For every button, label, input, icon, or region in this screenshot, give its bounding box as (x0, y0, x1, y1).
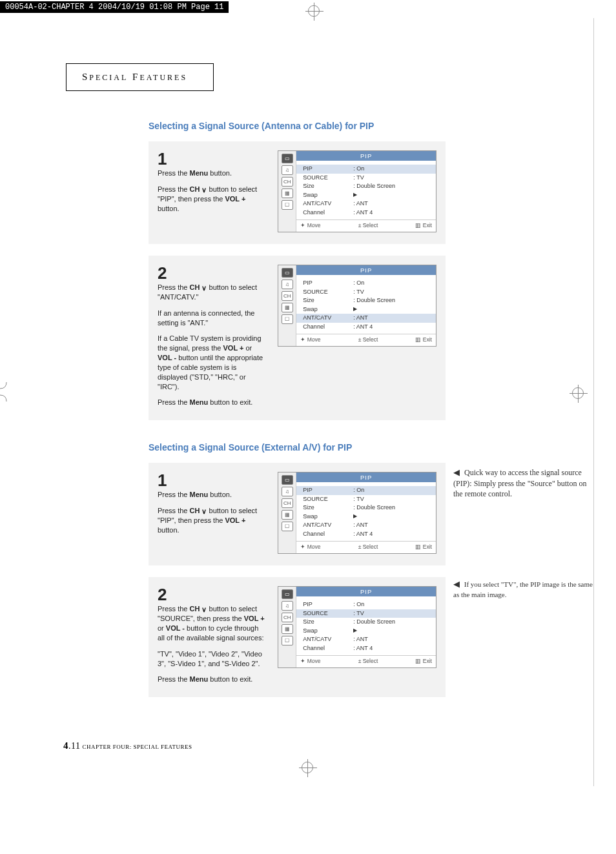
setup-icon: ☐ (282, 636, 293, 646)
osd-footer: ✦ Move± Select▥ Exit (296, 655, 436, 666)
osd-icon-rail: ▭ ♫ CH ▦ ☐ (278, 151, 296, 232)
chevron-down-icon: ∨ (201, 507, 207, 516)
osd-row-ant: ANT/CATV: ANT (296, 314, 436, 323)
instruction-text-a1: 1 Press the Menu button. Press the CH ∨ … (158, 150, 266, 232)
text: If an antenna is connected, the setting … (158, 309, 266, 328)
osd-footer: ✦ Move± Select▥ Exit (296, 219, 436, 230)
text: button. (208, 491, 232, 498)
chevron-down-icon: ∨ (201, 185, 207, 195)
osd-row-source: SOURCE: TV (303, 495, 431, 504)
osd-row-swap: Swap▶ (303, 191, 431, 200)
music-icon: ♫ (282, 487, 293, 496)
text-bold: Menu (190, 398, 209, 406)
instruction-text-a2: 2 Press the CH ∨ button to select "ANT/C… (158, 265, 266, 414)
text: button to exit. (208, 675, 252, 683)
text: Press the (158, 507, 190, 514)
osd-row-size: Size: Double Screen (303, 503, 431, 513)
instruction-block-a2: 2 Press the CH ∨ button to select "ANT/C… (149, 256, 446, 420)
chevron-down-icon: ∨ (201, 283, 207, 293)
osd-row-ant: ANT/CATV: ANT (303, 635, 431, 644)
text-bold: VOL - (158, 354, 176, 361)
setup-icon: ☐ (282, 200, 293, 210)
pip-icon: ▭ (282, 154, 293, 163)
section-title: SPECIAL FEATURES (82, 72, 187, 82)
cc-icon: ▦ (282, 624, 293, 634)
cc-icon: ▦ (282, 303, 293, 312)
crop-mark-bottom (302, 762, 314, 780)
text-bold: VOL - (166, 624, 185, 632)
text: Press the (158, 605, 190, 613)
pip-icon: ▭ (282, 475, 293, 485)
text-bold: CH (190, 507, 202, 514)
text-bold: VOL + (244, 615, 265, 622)
heading-antenna-cable: Selecting a Signal Source (Antenna or Ca… (149, 121, 593, 131)
channel-icon: CH (282, 291, 293, 301)
osd-title: PIP (296, 265, 436, 275)
osd-title: PIP (296, 473, 436, 482)
text-bold: Menu (190, 169, 209, 177)
crop-mark-top (308, 5, 321, 18)
page-number-major: 4 (63, 740, 68, 751)
pip-icon: ▭ (282, 589, 293, 599)
osd-row-source: SOURCE: TV (296, 609, 436, 618)
osd-screenshot-b1: ▭ ♫ CH ▦ ☐ PIP PIP: On SOURCE: TV Size: … (278, 472, 436, 554)
page-number-minor: .11 (68, 741, 80, 751)
text: Press the (158, 169, 190, 177)
pip-icon: ▭ (282, 268, 293, 278)
side-note-tv-same: ◀ If you select "TV", the PIP image is t… (453, 578, 593, 599)
osd-screenshot-b2: ▭ ♫ CH ▦ ☐ PIP PIP: On SOURCE: TV Size: … (278, 586, 436, 668)
text-bold: CH (190, 283, 202, 291)
osd-row-pip: PIP: On (303, 279, 431, 288)
text: button to exit. (208, 398, 252, 406)
step-number: 2 (158, 265, 266, 281)
osd-row-size: Size: Double Screen (303, 618, 431, 627)
cc-icon: ▦ (282, 188, 293, 198)
note-text: Quick way to access the signal source (P… (453, 468, 586, 498)
osd-screenshot-a2: ▭ ♫ CH ▦ ☐ PIP PIP: On SOURCE: TV Size: … (278, 265, 436, 347)
osd-row-pip: PIP: On (303, 600, 431, 609)
section-title-box: SPECIAL FEATURES (66, 63, 214, 91)
osd-row-channel: Channel: ANT 4 (303, 208, 431, 218)
prepress-header: 00054A-02-CHAPTER 4 2004/10/19 01:08 PM … (0, 1, 229, 13)
text-bold: VOL + (223, 344, 244, 352)
text: button. (158, 205, 180, 212)
instruction-block-b1: 1 Press the Menu button. Press the CH ∨ … (149, 463, 446, 565)
text-bold: Menu (190, 675, 209, 683)
osd-title: PIP (296, 587, 436, 596)
text: Press the (158, 398, 190, 406)
text-bold: CH (190, 185, 202, 193)
triangle-left-icon: ◀ (453, 467, 460, 477)
step-number: 1 (158, 472, 266, 489)
text: "TV", "Video 1", "Video 2", "Video 3", "… (158, 649, 266, 669)
music-icon: ♫ (282, 601, 293, 611)
osd-row-size: Size: Double Screen (303, 182, 431, 191)
crop-mark-left (0, 382, 13, 404)
text: button. (158, 526, 180, 534)
heading-external-av: Selecting a Signal Source (External A/V)… (149, 442, 593, 452)
note-text: If you select "TV", the PIP image is the… (453, 580, 593, 598)
step-number: 2 (158, 586, 266, 603)
osd-row-source: SOURCE: TV (303, 288, 431, 297)
text-bold: Menu (190, 491, 209, 498)
osd-icon-rail: ▭ ♫ CH ▦ ☐ (278, 587, 296, 667)
text-bold: VOL + (225, 516, 245, 524)
cc-icon: ▦ (282, 510, 293, 520)
channel-icon: CH (282, 613, 293, 622)
text: Press the (158, 491, 190, 498)
text: button. (208, 169, 232, 177)
setup-icon: ☐ (282, 522, 293, 531)
text: Press the (158, 283, 190, 291)
instruction-text-b1: 1 Press the Menu button. Press the CH ∨ … (158, 472, 266, 554)
osd-row-swap: Swap▶ (303, 627, 431, 636)
setup-icon: ☐ (282, 314, 293, 324)
osd-footer: ✦ Move± Select▥ Exit (296, 334, 436, 345)
osd-footer: ✦ Move± Select▥ Exit (296, 541, 436, 552)
text: Press the (158, 675, 190, 683)
crop-mark-right (572, 387, 584, 399)
music-icon: ♫ (282, 280, 293, 289)
osd-row-channel: Channel: ANT 4 (303, 644, 431, 653)
side-note-quick-access: ◀ Quick way to access the signal source … (453, 467, 593, 499)
osd-row-size: Size: Double Screen (303, 296, 431, 305)
chevron-down-icon: ∨ (201, 605, 207, 615)
text-bold: CH (190, 605, 202, 613)
